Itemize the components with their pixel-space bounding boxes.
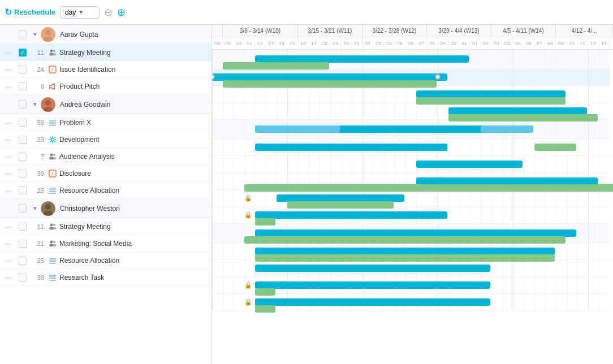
check-cell: [16, 274, 29, 281]
svg-point-27: [50, 240, 53, 243]
dots-menu[interactable]: ···: [0, 135, 16, 144]
checkbox[interactable]: [19, 205, 27, 213]
day-header-cell: 13: [599, 37, 610, 49]
task-name: Audience Analysis: [59, 153, 114, 161]
checkbox[interactable]: [19, 49, 27, 57]
dots-menu[interactable]: ···: [0, 152, 16, 161]
day-header-cell: 26: [405, 37, 416, 49]
week-label: 4/5 - 4/11 (W14): [491, 25, 556, 37]
svg-point-25: [53, 224, 55, 226]
checkbox[interactable]: [19, 240, 27, 248]
dots-menu[interactable]: ···: [0, 222, 16, 231]
svg-point-30: [53, 244, 57, 246]
gantt-task-row: [212, 86, 610, 103]
main-area: ▼ Aarav Gupta ··· 11: [0, 25, 613, 364]
checkbox[interactable]: [19, 136, 27, 144]
day-header-cell: 12: [255, 37, 266, 49]
gantt-person-row: [212, 120, 610, 139]
checkbox[interactable]: [19, 83, 27, 90]
checkbox[interactable]: [19, 170, 27, 177]
gantt-bar: [448, 114, 598, 122]
dots-menu[interactable]: ···: [0, 48, 16, 57]
dots-menu[interactable]: ···: [0, 65, 16, 74]
gantt-task-row: [212, 69, 610, 86]
day-header-cell: 01: [470, 37, 481, 49]
gantt-task-row: 🔒: [212, 277, 610, 294]
svg-point-29: [53, 241, 55, 243]
left-panel: ▼ Aarav Gupta ··· 11: [0, 25, 212, 364]
avatar: [41, 27, 55, 42]
list-icon: [49, 274, 57, 281]
svg-point-3: [53, 53, 57, 55]
dots-menu[interactable]: ···: [0, 256, 16, 265]
dots-menu[interactable]: ···: [0, 186, 16, 195]
task-name: Development: [59, 136, 100, 144]
task-name: Marketing: Social Media: [59, 240, 132, 248]
checkbox[interactable]: [19, 257, 27, 265]
gantt-bar: [416, 97, 565, 105]
dots-menu[interactable]: ···: [0, 273, 16, 282]
day-header-cell: 13: [266, 37, 277, 49]
svg-text:!: !: [52, 171, 54, 176]
chevron-down-icon: ▼: [78, 9, 84, 15]
person-name: Aarav Gupta: [60, 31, 98, 38]
day-header-cell: 23: [373, 37, 384, 49]
checkbox[interactable]: [19, 223, 27, 231]
task-name: Strategy Meeting: [59, 223, 111, 231]
gantt-panel: 3/8 - 3/14 (W10) 3/15 - 3/21 (W11) 3/22 …: [212, 25, 613, 364]
reschedule-icon: ↻: [5, 7, 12, 18]
checkbox[interactable]: [19, 187, 27, 194]
day-header-cell: 05: [513, 37, 524, 49]
gantt-bar: [244, 184, 613, 192]
nav-next-button[interactable]: ⊕: [117, 6, 126, 19]
day-header-cell: 14: [277, 37, 287, 49]
dots-menu[interactable]: ···: [0, 82, 16, 91]
svg-point-23: [50, 223, 53, 226]
day-header-cell: 29: [438, 37, 448, 49]
day-header-cell: 19: [330, 37, 341, 49]
task-id: 25: [29, 257, 46, 264]
task-id: 6: [29, 83, 46, 90]
checkbox[interactable]: [19, 119, 27, 127]
task-cell: ! Disclosure: [46, 170, 211, 177]
day-header-cell: 30: [448, 37, 459, 49]
expand-icon[interactable]: ▼: [29, 101, 41, 107]
week-headers: 3/8 - 3/14 (W10) 3/15 - 3/21 (W11) 3/22 …: [212, 25, 613, 37]
checkbox[interactable]: [19, 31, 27, 38]
task-row: ··· 21 Marketing: Social Media: [0, 235, 211, 252]
header: ↻ Reschedule day ▼ ⊖ ⊕: [0, 0, 613, 25]
day-header-cell: 03: [491, 37, 502, 49]
check-cell: [16, 136, 29, 144]
check-cell: [16, 223, 29, 231]
task-cell: Product Pitch: [46, 83, 211, 90]
gantt-task-row: 🔒: [212, 207, 610, 224]
day-header-cell: 28: [427, 37, 438, 49]
lock-icon: 🔒: [244, 194, 252, 202]
task-id: 25: [29, 187, 46, 194]
expand-icon[interactable]: ▼: [29, 31, 41, 37]
dots-menu[interactable]: ···: [0, 239, 16, 248]
checkbox[interactable]: [19, 66, 27, 73]
gantt-task-row: 🔒: [212, 190, 610, 207]
task-cell: Development: [46, 136, 211, 144]
gantt-bar: [255, 298, 490, 306]
task-row: ··· 11 Strategy Meeting: [0, 44, 211, 61]
nav-prev-button[interactable]: ⊖: [104, 6, 113, 19]
task-row: ··· 39 ! Disclosure: [0, 165, 211, 182]
checkbox[interactable]: [19, 153, 27, 161]
checkbox[interactable]: [19, 274, 27, 281]
task-cell: Problem X: [46, 119, 211, 127]
svg-point-15: [53, 154, 55, 156]
checkbox[interactable]: [19, 101, 27, 109]
dots-menu[interactable]: ···: [0, 169, 16, 178]
day-header-cell: 25: [395, 37, 405, 49]
task-id: 24: [29, 66, 46, 73]
reschedule-button[interactable]: ↻ Reschedule: [5, 7, 55, 18]
task-id: 39: [29, 170, 46, 177]
dots-menu[interactable]: ···: [0, 118, 16, 127]
day-select[interactable]: day ▼: [60, 6, 100, 19]
gantt-bar: [534, 144, 576, 151]
expand-icon[interactable]: ▼: [29, 205, 41, 211]
day-header-cell: 18: [320, 37, 330, 49]
gantt-bar: [244, 236, 565, 244]
